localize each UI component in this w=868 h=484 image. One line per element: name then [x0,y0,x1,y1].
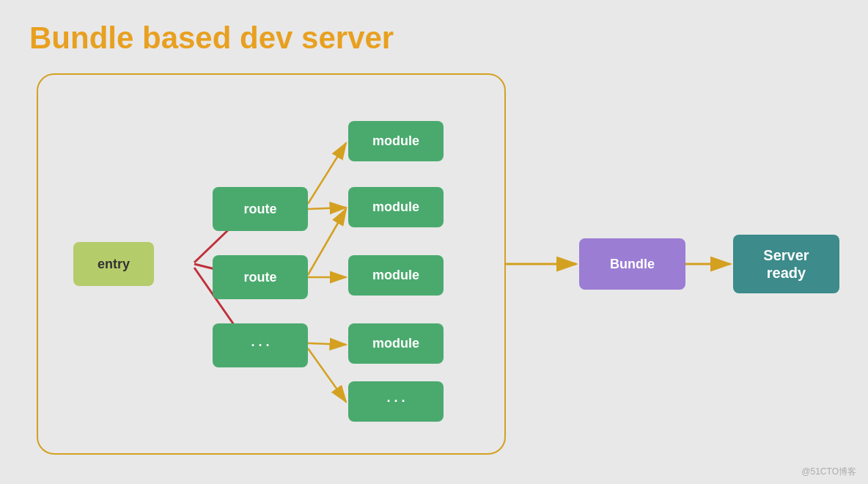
slide: Bundle based dev server [0,0,868,484]
diagram-area: entry route route · · · module module mo… [15,73,853,462]
node-dots2: · · · [348,381,444,422]
node-server-ready: Server ready [733,235,839,293]
slide-title: Bundle based dev server [29,21,394,56]
node-dots1: · · · [213,323,308,367]
node-module4: module [348,323,444,364]
watermark: @51CTO博客 [801,466,856,478]
node-entry: entry [73,242,154,286]
node-module3: module [348,255,444,296]
node-route2: route [213,255,308,299]
node-route1: route [213,187,308,231]
node-module1: module [348,121,444,161]
node-module2: module [348,187,444,227]
node-bundle: Bundle [579,238,685,290]
